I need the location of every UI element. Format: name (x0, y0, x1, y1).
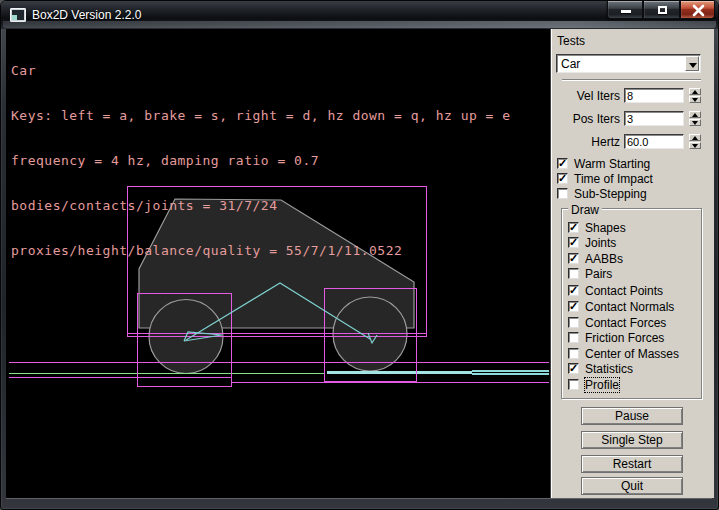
checkbox-label: Statistics (585, 362, 633, 376)
spinner-up-icon[interactable] (689, 111, 701, 118)
checkbox-label: Profile (585, 378, 619, 392)
titlebar[interactable]: Box2D Version 2.2.0 (1, 1, 718, 29)
restart-button[interactable]: Restart (581, 455, 683, 473)
spinner-down-icon[interactable] (689, 119, 701, 126)
checkbox-box[interactable]: ✓ (568, 285, 579, 296)
test-select-value: Car (561, 57, 580, 71)
app-icon[interactable] (10, 8, 26, 22)
checkbox-label: Friction Forces (585, 331, 664, 345)
checkbox-label: Pairs (585, 267, 612, 281)
checkbox-box[interactable] (568, 348, 579, 359)
spinner-down-icon[interactable] (689, 142, 701, 149)
overlay-line-proxy-stats: proxies/height/balance/quality = 55/7/1/… (11, 243, 511, 258)
separator (562, 79, 701, 81)
maximize-icon (658, 6, 667, 14)
debug-text-overlay: Car Keys: left = a, brake = s, right = d… (11, 33, 511, 288)
client-area: Car Keys: left = a, brake = s, right = d… (6, 29, 714, 498)
pos-iters-input[interactable] (624, 111, 684, 126)
hertz-spinner (689, 134, 701, 149)
spinner-up-icon[interactable] (689, 88, 701, 95)
checkbox-label: Center of Masses (585, 347, 679, 361)
checkbox-box[interactable]: ✓ (568, 222, 579, 233)
test-select-dropdown[interactable]: Car (556, 54, 701, 73)
checkbox-box[interactable]: ✓ (568, 301, 579, 312)
chevron-down-icon (689, 63, 697, 68)
checkbox-box[interactable] (568, 379, 579, 390)
checkbox-label: Contact Points (585, 284, 663, 298)
checkbox-label: Shapes (585, 221, 626, 235)
checkbox-box[interactable]: ✓ (568, 363, 579, 374)
spinner-up-icon[interactable] (689, 134, 701, 141)
checkbox-box[interactable]: ✓ (568, 237, 579, 248)
checkbox-box[interactable] (568, 268, 579, 279)
checkbox-label: Joints (585, 236, 616, 250)
checkbox-box[interactable] (568, 317, 579, 328)
overlay-line-test-name: Car (11, 63, 511, 78)
vel-iters-label: Vel Iters (551, 89, 620, 103)
app-icon-accent (12, 15, 17, 20)
control-panel: Tests Car Vel Iters Pos Iters Hert (550, 29, 714, 498)
checkbox-box[interactable]: ✓ (557, 158, 568, 169)
close-icon (692, 4, 705, 17)
vel-iters-input[interactable] (624, 88, 684, 103)
hertz-label: Hertz (551, 135, 620, 149)
hertz-input[interactable] (624, 134, 684, 149)
checkbox-label: Warm Starting (574, 157, 650, 171)
checkbox-label: Sub-Stepping (574, 187, 647, 201)
overlay-line-keys: Keys: left = a, brake = s, right = d, hz… (11, 108, 511, 123)
checkbox-box[interactable]: ✓ (568, 253, 579, 264)
overlay-line-frequency: frequency = 4 hz, damping ratio = 0.7 (11, 153, 511, 168)
window-title: Box2D Version 2.2.0 (32, 8, 141, 22)
checkbox-label: AABBs (585, 252, 623, 266)
pos-iters-spinner (689, 111, 701, 126)
app-window: Box2D Version 2.2.0 (0, 0, 719, 510)
pos-iters-label: Pos Iters (551, 112, 620, 126)
pause-button[interactable]: Pause (581, 407, 683, 425)
frame-bottom-highlight (6, 498, 712, 499)
checkbox-label: Contact Forces (585, 316, 666, 330)
checkbox-box[interactable] (568, 332, 579, 343)
minimize-button[interactable] (607, 1, 643, 19)
spinner-down-icon[interactable] (689, 96, 701, 103)
tests-label: Tests (557, 34, 585, 48)
checkbox-label: Time of Impact (574, 172, 653, 186)
checkbox-box[interactable] (557, 188, 568, 199)
checkbox-box[interactable]: ✓ (557, 173, 568, 184)
maximize-button[interactable] (643, 1, 680, 19)
dropdown-arrow-button[interactable] (685, 56, 699, 71)
vel-iters-spinner (689, 88, 701, 103)
overlay-line-body-stats: bodies/contacts/joints = 31/7/24 (11, 198, 511, 213)
caption-button-group (607, 1, 715, 19)
close-button[interactable] (680, 1, 715, 19)
single-step-button[interactable]: Single Step (581, 431, 683, 449)
draw-group-label: Draw (568, 203, 602, 217)
checkbox-label: Contact Normals (585, 300, 674, 314)
quit-button[interactable]: Quit (581, 477, 683, 495)
minimize-icon (621, 10, 631, 13)
simulation-canvas[interactable]: Car Keys: left = a, brake = s, right = d… (6, 29, 550, 498)
